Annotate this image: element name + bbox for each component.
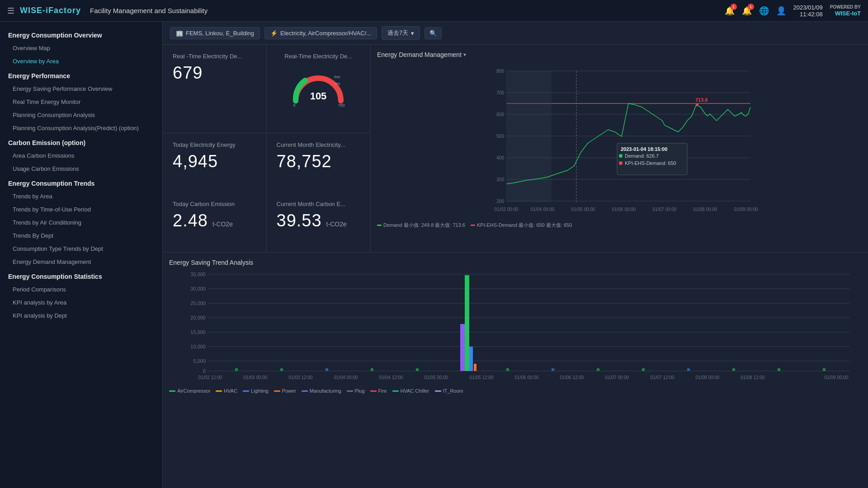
card6-value: 39.53	[277, 211, 322, 230]
legend-power: Power	[274, 388, 296, 394]
sidebar-item-4-0[interactable]: Period Comparisons	[0, 283, 162, 296]
svg-text:500: 500	[496, 134, 504, 139]
notification1-icon[interactable]: 🔔 1	[725, 6, 735, 16]
sidebar-item-3-3[interactable]: Trends By Dept	[0, 229, 162, 242]
svg-text:10,000: 10,000	[190, 344, 206, 349]
svg-rect-63	[552, 368, 554, 371]
sidebar-item-0-0[interactable]: Overview Map	[0, 42, 162, 55]
sidebar-item-3-0[interactable]: Trends by Area	[0, 190, 162, 203]
svg-text:01/05 12:00: 01/05 12:00	[470, 375, 494, 380]
sidebar-item-2-1[interactable]: Usage Carbon Emissions	[0, 162, 162, 175]
powered-by: POWERED BY WISE-IoT	[830, 4, 861, 18]
filter-bar: 🏢 FEMS, Linkou, E_Building ⚡ Electricity…	[163, 22, 868, 45]
svg-text:2023-01-04 18:15:00: 2023-01-04 18:15:00	[621, 146, 667, 152]
saving-trend-panel: Energy Saving Trend Analysis 35,000 30,0…	[163, 253, 868, 488]
svg-text:01/07 00:00: 01/07 00:00	[653, 207, 677, 212]
location-label: FEMS, Linkou, E_Building	[186, 30, 254, 37]
sidebar-item-3-2[interactable]: Trends by Air Conditioning	[0, 216, 162, 229]
saving-trend-title: Energy Saving Trend Analysis	[169, 259, 862, 266]
saving-trend-legend: AirCompressor HVAC Lighting Power Manufa…	[169, 388, 862, 394]
svg-text:01/03 12:00: 01/03 12:00	[289, 375, 313, 380]
location-filter-chip[interactable]: 🏢 FEMS, Linkou, E_Building	[170, 27, 260, 39]
svg-rect-53	[465, 275, 469, 371]
svg-text:105: 105	[310, 90, 327, 102]
legend-demand: Demand 最小值: 249.8 最大值: 713.6	[377, 222, 465, 229]
hamburger-icon[interactable]: ☰	[7, 6, 14, 16]
svg-text:500: 500	[334, 75, 340, 79]
svg-text:713.6: 713.6	[695, 97, 708, 103]
svg-rect-59	[326, 368, 328, 371]
stat-card-month-carbon: Current Month Carbon E... 39.53 t-CO2e	[267, 192, 371, 252]
sidebar-item-1-2[interactable]: Planning Consumption Analysis	[0, 108, 162, 122]
svg-rect-68	[778, 368, 780, 371]
svg-rect-58	[280, 368, 283, 371]
legend-lighting: Lighting	[243, 388, 269, 394]
svg-point-32	[619, 154, 623, 158]
sidebar-item-4-1[interactable]: KPI analysis by Area	[0, 296, 162, 309]
svg-text:01/04 00:00: 01/04 00:00	[531, 207, 555, 212]
svg-text:01/08 00:00: 01/08 00:00	[693, 207, 717, 212]
period-btn[interactable]: 過去7天 ▾	[382, 26, 420, 40]
energy-filter-chip[interactable]: ⚡ Electricity, AirCompressor/HVAC/...	[264, 27, 377, 39]
topnav-right: 🔔 1 🔔 1 🌐 👤 2023/01/09 11:42:08 POWERED …	[725, 4, 861, 18]
card3-value: 4,945	[173, 152, 256, 171]
svg-rect-55	[469, 347, 473, 371]
sidebar-item-3-1[interactable]: Trends by Time-of-Use Period	[0, 203, 162, 216]
demand-chart-legend: Demand 最小值: 249.8 最大值: 713.6 KPI-EHS-Dem…	[377, 222, 862, 229]
content-area: 🏢 FEMS, Linkou, E_Building ⚡ Electricity…	[163, 22, 868, 488]
legend-plug: Plug	[347, 388, 365, 394]
stat-card-today-elec: Today Electricity Energy 4,945	[163, 133, 267, 193]
svg-rect-66	[687, 368, 690, 371]
sidebar-section-3: Energy Consumption Trends	[0, 175, 162, 190]
sidebar-item-1-1[interactable]: Real Time Energy Monitor	[0, 95, 162, 108]
sidebar-item-1-3[interactable]: Planning Consumption Analysis(Predict) (…	[0, 122, 162, 135]
svg-text:300: 300	[496, 177, 504, 182]
sidebar-section-1: Energy Performance	[0, 68, 162, 82]
sidebar-item-4-2[interactable]: KPI analysis by Dept	[0, 309, 162, 322]
chevron-down-icon: ▾	[411, 30, 414, 37]
saving-trend-svg: 35,000 30,000 25,000 20,000 15,000 10,00…	[169, 270, 862, 387]
svg-text:01/08 12:00: 01/08 12:00	[741, 375, 765, 380]
stat-card-gauge: Real-Time Electricity De... 105	[267, 45, 371, 133]
stat-cards-grid: Real -Time Electricity De... 679 Real-Ti…	[163, 45, 370, 252]
svg-text:200: 200	[496, 199, 504, 204]
search-button[interactable]: 🔍	[425, 27, 442, 39]
sidebar-item-1-0[interactable]: Energy Saving Performance Overview	[0, 82, 162, 95]
svg-rect-65	[642, 368, 645, 371]
svg-text:0: 0	[203, 368, 206, 374]
sidebar-item-3-5[interactable]: Energy Demand Management	[0, 255, 162, 268]
svg-rect-69	[823, 368, 826, 371]
legend-hvac: HVAC	[216, 388, 237, 394]
card5-unit: t-CO2e	[212, 221, 233, 228]
svg-text:750: 750	[338, 103, 345, 108]
sidebar-item-0-1[interactable]: Overview by Area	[0, 55, 162, 68]
sidebar: Energy Consumption OverviewOverview MapO…	[0, 22, 163, 488]
sidebar-item-2-0[interactable]: Area Carbon Emissions	[0, 149, 162, 162]
svg-text:KPI-EHS-Demand:  650: KPI-EHS-Demand: 650	[625, 160, 676, 166]
svg-point-34	[619, 161, 623, 165]
svg-text:5,000: 5,000	[193, 358, 206, 364]
card6-title: Current Month Carbon E...	[277, 201, 361, 207]
demand-chart-svg: 800 700 600 500 400 300 200 713.6	[377, 62, 862, 220]
svg-text:0: 0	[293, 103, 296, 108]
svg-text:01/08 00:00: 01/08 00:00	[696, 375, 720, 380]
svg-rect-62	[506, 368, 509, 371]
app-subtitle: Facility Management and Sustainability	[90, 7, 208, 14]
user-icon[interactable]: 👤	[776, 6, 786, 16]
svg-text:35,000: 35,000	[190, 272, 206, 277]
globe-icon[interactable]: 🌐	[759, 6, 769, 16]
gauge-svg: 105 0 750 250 500	[289, 67, 348, 108]
demand-panel: Energy Demand Management ▾ 800 700	[371, 45, 868, 252]
filter-icon: ⚡	[270, 30, 278, 37]
card4-value: 78,752	[277, 152, 361, 171]
legend-fire: Fire	[370, 388, 387, 394]
svg-text:Demand:      626.7: Demand: 626.7	[625, 153, 659, 159]
notification2-icon[interactable]: 🔔 1	[742, 6, 752, 16]
svg-text:01/05 00:00: 01/05 00:00	[425, 375, 448, 380]
svg-rect-20	[506, 71, 552, 202]
sidebar-item-3-4[interactable]: Consumption Type Trends by Dept	[0, 242, 162, 255]
stat-cards-column: Real -Time Electricity De... 679 Real-Ti…	[163, 45, 371, 252]
card1-value: 679	[173, 63, 203, 83]
svg-text:01/04 00:00: 01/04 00:00	[334, 375, 358, 380]
period-label: 過去7天	[387, 29, 408, 37]
